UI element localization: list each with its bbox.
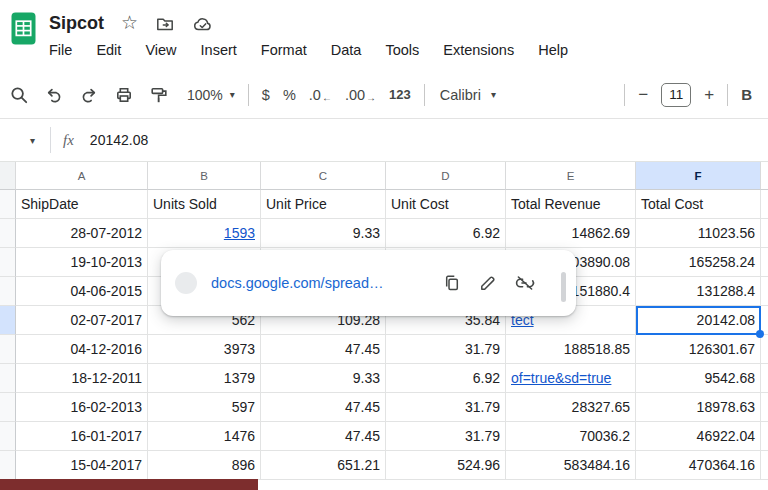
sheet-cell[interactable]: 1476 — [148, 422, 261, 451]
sheet-cell[interactable]: 18-12-2011 — [16, 364, 148, 393]
document-title[interactable]: Sipcot — [49, 13, 104, 34]
more-formats-button[interactable]: 123 — [389, 87, 411, 102]
row-header[interactable] — [0, 364, 16, 393]
link-preview-url[interactable]: docs.google.com/spread… — [211, 275, 384, 291]
sheet-cell[interactable]: 9542.68 — [636, 364, 761, 393]
row-header[interactable] — [0, 219, 16, 248]
sheet-cell[interactable]: 896 — [148, 451, 261, 480]
column-title-cell[interactable]: Unit Price — [261, 190, 386, 219]
column-title-cell[interactable]: Total Cost — [636, 190, 761, 219]
sheet-cell[interactable]: 9.33 — [261, 219, 386, 248]
sheet-cell[interactable]: 16-01-2017 — [16, 422, 148, 451]
row-header[interactable] — [0, 190, 16, 219]
column-title-cell[interactable]: ShipDate — [16, 190, 148, 219]
row-header[interactable] — [0, 277, 16, 306]
fill-handle[interactable] — [756, 330, 764, 338]
cloud-saved-icon[interactable] — [192, 14, 214, 34]
font-family-select[interactable]: Calibri ▾ — [440, 87, 516, 103]
redo-icon[interactable] — [78, 84, 100, 106]
sheet-cell[interactable]: 3973 — [148, 335, 261, 364]
increase-decimal-button[interactable]: .00 → — [345, 87, 376, 103]
increase-font-size-button[interactable]: + — [704, 85, 714, 105]
column-header-c[interactable]: C — [261, 162, 386, 190]
row-header[interactable] — [0, 422, 16, 451]
menu-help[interactable]: Help — [538, 42, 568, 58]
menu-insert[interactable]: Insert — [201, 42, 237, 58]
sheet-cell[interactable]: 31.79 — [386, 335, 506, 364]
cell-link[interactable]: of=true&sd=true — [506, 364, 636, 393]
sheet-cell[interactable]: 15-04-2017 — [16, 451, 148, 480]
sheet-cell[interactable]: 46922.04 — [636, 422, 761, 451]
paint-format-icon[interactable] — [148, 84, 170, 106]
sheet-cell[interactable]: 6.92 — [386, 219, 506, 248]
column-header-b[interactable]: B — [148, 162, 261, 190]
sheet-cell[interactable]: 1379 — [148, 364, 261, 393]
formula-input[interactable]: 20142.08 — [90, 132, 148, 148]
decrease-decimal-button[interactable]: .0 ← — [309, 87, 332, 103]
print-icon[interactable] — [113, 84, 135, 106]
sheet-cell[interactable]: 70036.2 — [506, 422, 636, 451]
decrease-font-size-button[interactable]: − — [638, 85, 648, 105]
menu-extensions[interactable]: Extensions — [443, 42, 514, 58]
star-icon[interactable]: ☆ — [121, 13, 138, 32]
column-header-d[interactable]: D — [386, 162, 506, 190]
sheet-cell[interactable]: 28327.65 — [506, 393, 636, 422]
column-title-cell[interactable]: Units Sold — [148, 190, 261, 219]
sheet-cell[interactable]: 19-10-2013 — [16, 248, 148, 277]
popup-scrollbar-thumb[interactable] — [561, 272, 566, 302]
sheet-cell[interactable]: 126301.67 — [636, 335, 761, 364]
cell-link[interactable]: 1593 — [148, 219, 261, 248]
sheet-cell[interactable]: 16-02-2013 — [16, 393, 148, 422]
sheet-cell[interactable]: 04-12-2016 — [16, 335, 148, 364]
sheet-cell[interactable]: 11023.56 — [636, 219, 761, 248]
move-to-folder-icon[interactable] — [155, 14, 175, 34]
sheets-logo-icon[interactable] — [11, 12, 36, 71]
sheet-cell[interactable]: 31.79 — [386, 422, 506, 451]
sheet-cell[interactable]: 583484.16 — [506, 451, 636, 480]
search-icon[interactable] — [8, 84, 30, 106]
column-header-f-selected[interactable]: F — [636, 162, 761, 190]
select-all-corner[interactable] — [0, 162, 16, 190]
sheet-cell[interactable]: 02-07-2017 — [16, 306, 148, 335]
sheet-cell[interactable]: 188518.85 — [506, 335, 636, 364]
menu-tools[interactable]: Tools — [385, 42, 419, 58]
format-percent-button[interactable]: % — [283, 87, 296, 103]
format-currency-button[interactable]: $ — [262, 87, 270, 103]
sheet-cell[interactable]: 18978.63 — [636, 393, 761, 422]
sheet-cell[interactable]: 47.45 — [261, 335, 386, 364]
sheet-cell[interactable]: 14862.69 — [506, 219, 636, 248]
row-header[interactable] — [0, 335, 16, 364]
sheet-cell[interactable]: 9.33 — [261, 364, 386, 393]
sheet-cell[interactable]: 28-07-2012 — [16, 219, 148, 248]
sheet-cell[interactable]: 470364.16 — [636, 451, 761, 480]
sheet-cell[interactable]: 597 — [148, 393, 261, 422]
menu-edit[interactable]: Edit — [96, 42, 121, 58]
edit-link-icon[interactable] — [478, 273, 498, 293]
zoom-select[interactable]: 100% ▾ — [187, 87, 235, 103]
menu-file[interactable]: File — [49, 42, 72, 58]
sheet-cell[interactable]: 651.21 — [261, 451, 386, 480]
sheet-cell[interactable]: 04-06-2015 — [16, 277, 148, 306]
menu-data[interactable]: Data — [331, 42, 362, 58]
font-size-input[interactable]: 11 — [661, 83, 691, 107]
row-header[interactable] — [0, 248, 16, 277]
row-header[interactable] — [0, 451, 16, 480]
sheet-cell[interactable]: 131288.4 — [636, 277, 761, 306]
sheet-cell[interactable]: 6.92 — [386, 364, 506, 393]
sheet-cell[interactable]: 47.45 — [261, 393, 386, 422]
sheet-cell[interactable]: 47.45 — [261, 422, 386, 451]
selected-cell[interactable]: 20142.08 — [636, 306, 761, 335]
row-header[interactable] — [0, 306, 16, 335]
bold-button[interactable]: B — [741, 86, 752, 103]
sheet-cell[interactable]: 165258.24 — [636, 248, 761, 277]
undo-icon[interactable] — [43, 84, 65, 106]
column-title-cell[interactable]: Unit Cost — [386, 190, 506, 219]
menu-format[interactable]: Format — [261, 42, 307, 58]
menu-view[interactable]: View — [145, 42, 176, 58]
row-header[interactable] — [0, 393, 16, 422]
copy-link-icon[interactable] — [442, 273, 462, 293]
remove-link-icon[interactable] — [514, 273, 536, 293]
sheet-cell[interactable]: 31.79 — [386, 393, 506, 422]
column-header-a[interactable]: A — [16, 162, 148, 190]
name-box-caret-icon[interactable]: ▾ — [30, 135, 35, 146]
